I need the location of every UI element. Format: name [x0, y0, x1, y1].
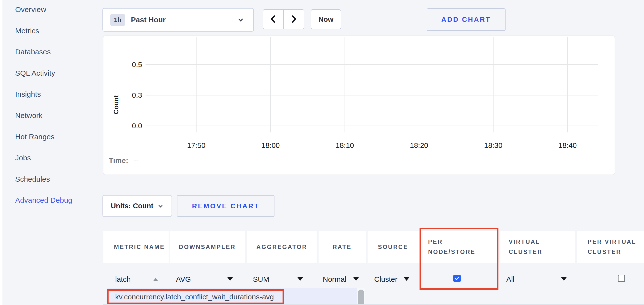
downsampler-select[interactable]: AVG: [176, 275, 191, 284]
column-header-per-node-store: PER NODE/STORE: [416, 231, 498, 263]
chevron-down-icon: [157, 202, 164, 210]
sidebar-item-metrics[interactable]: Metrics: [15, 27, 94, 48]
virtual-cluster-select[interactable]: All: [506, 275, 514, 284]
column-header-virtual-cluster: VIRTUAL CLUSTER: [500, 231, 576, 263]
advanced-debug-custom-chart-page: { "sidebar": { "items": [ { "label": "Ov…: [0, 0, 644, 305]
sidebar: Overview Metrics Databases SQL Activity …: [15, 5, 94, 217]
chevron-down-icon: [236, 15, 245, 24]
time-range-picker[interactable]: 1h Past Hour: [102, 8, 254, 31]
sidebar-item-insights[interactable]: Insights: [15, 90, 94, 111]
units-select[interactable]: Units: Count: [102, 195, 172, 217]
x-tick-label: 18:10: [328, 141, 362, 150]
caret-down-icon[interactable]: [353, 277, 359, 281]
per-node-store-checkbox[interactable]: [453, 275, 461, 282]
sidebar-item-jobs[interactable]: Jobs: [15, 154, 94, 175]
row-divider: [103, 304, 644, 305]
gridline-vertical: [493, 37, 494, 132]
time-readout-label: Time:: [109, 156, 128, 165]
sidebar-item-sql-activity[interactable]: SQL Activity: [15, 69, 94, 90]
metric-name-input[interactable]: latch: [115, 275, 130, 284]
units-select-label: Units: Count: [111, 202, 154, 210]
column-header-downsampler: DOWNSAMPLER: [170, 231, 245, 263]
caret-up-icon[interactable]: [153, 278, 158, 281]
sidebar-item-advanced-debug[interactable]: Advanced Debug: [15, 196, 94, 217]
gridline-vertical: [270, 37, 271, 132]
caret-down-icon[interactable]: [298, 277, 303, 281]
source-select[interactable]: Cluster: [374, 275, 398, 284]
chevron-left-icon: [268, 14, 278, 25]
gridline-vertical: [419, 37, 419, 132]
time-range-label: Past Hour: [131, 16, 166, 24]
hover-time-readout: Time:--: [109, 156, 138, 165]
rate-select[interactable]: Normal: [323, 275, 346, 284]
chart-card: Count 0.5 0.3 0.0 17:50 18:00 18:10 18:2…: [103, 35, 615, 175]
column-header-rate: RATE: [318, 231, 366, 263]
left-edge-strip: [0, 0, 2, 305]
sidebar-item-network[interactable]: Network: [15, 111, 94, 133]
time-readout-value: --: [134, 156, 138, 165]
time-range-badge: 1h: [110, 14, 125, 26]
time-next-button[interactable]: [283, 9, 304, 29]
column-header-source: SOURCE: [368, 231, 418, 263]
aggregator-select[interactable]: SUM: [253, 275, 269, 284]
time-prev-button[interactable]: [263, 9, 284, 29]
caret-down-icon[interactable]: [228, 277, 233, 281]
sidebar-item-schedules[interactable]: Schedules: [15, 175, 94, 196]
x-tick-label: 17:50: [179, 141, 214, 150]
gridline-horizontal: [146, 64, 598, 65]
y-tick-label: 0.0: [122, 122, 142, 130]
gridline-vertical: [344, 37, 345, 132]
column-header-metric-name: METRIC NAME: [104, 231, 168, 263]
x-tick-label: 18:30: [476, 141, 510, 150]
column-header-aggregator: AGGREGATOR: [247, 231, 316, 263]
scrollbar-thumb[interactable]: [358, 290, 364, 305]
y-tick-label: 0.3: [122, 91, 142, 99]
caret-down-icon[interactable]: [561, 277, 566, 281]
column-header-per-virtual-cluster: PER VIRTUAL CLUSTER: [577, 231, 644, 263]
gridline-vertical: [196, 37, 196, 132]
sidebar-item-overview[interactable]: Overview: [15, 5, 94, 27]
time-pager: [263, 9, 304, 29]
add-chart-button[interactable]: ADD CHART: [427, 8, 506, 31]
sidebar-item-hot-ranges[interactable]: Hot Ranges: [15, 133, 94, 154]
gridline-vertical: [567, 37, 568, 132]
gridline-horizontal: [146, 95, 598, 95]
metric-suggestion-item[interactable]: kv.concurrency.latch_conflict_wait_durat…: [115, 293, 274, 301]
now-button[interactable]: Now: [311, 9, 341, 29]
remove-chart-button[interactable]: REMOVE CHART: [177, 195, 274, 217]
y-tick-label: 0.5: [122, 60, 142, 69]
chevron-right-icon: [289, 14, 299, 25]
x-tick-label: 18:20: [402, 141, 436, 150]
sidebar-item-databases[interactable]: Databases: [15, 48, 94, 69]
gridline-horizontal: [146, 126, 598, 126]
caret-down-icon[interactable]: [404, 277, 409, 281]
x-tick-label: 18:40: [550, 141, 585, 150]
x-tick-label: 18:00: [254, 141, 288, 150]
per-virtual-cluster-checkbox[interactable]: [618, 275, 625, 282]
